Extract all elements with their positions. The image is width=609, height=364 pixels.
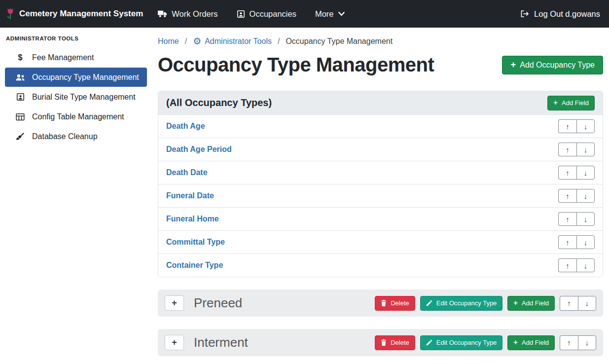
field-row: Death Age Period ↑ ↓	[158, 138, 603, 161]
top-navbar: Cemetery Management System Work Orders	[0, 0, 609, 28]
content-area: Administrator Tools $ Fee Management Occ…	[0, 28, 609, 364]
add-field-label: Add Field	[522, 299, 549, 307]
logout-icon	[521, 10, 530, 18]
reorder-controls: ↑ ↓	[558, 166, 595, 180]
move-down-button[interactable]: ↓	[576, 258, 595, 272]
edit-label: Edit Occupancy Type	[436, 339, 497, 346]
section-title: Preneed	[194, 295, 242, 311]
occupancy-type-section-preneed: + Preneed Delete	[158, 290, 603, 317]
move-down-button[interactable]: ↓	[576, 119, 595, 133]
truck-icon	[158, 10, 167, 18]
field-link-funeral-date[interactable]: Funeral Date	[166, 191, 214, 200]
trash-icon	[381, 339, 387, 346]
field-link-death-date[interactable]: Death Date	[166, 168, 208, 177]
sidebar: Administrator Tools $ Fee Management Occ…	[0, 28, 153, 364]
breadcrumb-current: Occupancy Type Management	[286, 37, 393, 46]
edit-occupancy-type-button[interactable]: Edit Occupancy Type	[420, 296, 503, 311]
nav-more-label: More	[315, 9, 334, 19]
move-down-button[interactable]: ↓	[576, 212, 595, 226]
brand[interactable]: Cemetery Management System	[6, 7, 143, 20]
move-down-button[interactable]: ↓	[576, 189, 595, 203]
reorder-controls: ↑ ↓	[558, 235, 595, 249]
field-link-funeral-home[interactable]: Funeral Home	[166, 215, 219, 223]
move-down-button[interactable]: ↓	[578, 335, 596, 350]
plus-icon: +	[553, 99, 558, 107]
nav-more[interactable]: More	[315, 9, 345, 19]
expand-button[interactable]: +	[165, 335, 184, 350]
nav-occupancies[interactable]: Occupancies	[237, 9, 296, 19]
field-row: Funeral Date ↑ ↓	[158, 184, 603, 207]
sidebar-heading: Administrator Tools	[0, 32, 153, 47]
logout-label: Log Out d.gowans	[534, 9, 600, 19]
section-actions: Delete Edit Occupancy Type + Add Field	[375, 335, 596, 350]
expand-button[interactable]: +	[165, 295, 184, 311]
field-row: Funeral Home ↑ ↓	[158, 207, 603, 230]
delete-button[interactable]: Delete	[375, 296, 415, 311]
breadcrumb-separator: /	[278, 37, 280, 46]
breadcrumb-admin-tools[interactable]: ⚙ Administrator Tools	[193, 36, 272, 46]
all-occupancy-types-card: (All Occupancy Types) + Add Field Death …	[158, 91, 603, 277]
delete-button[interactable]: Delete	[375, 335, 415, 350]
move-up-button[interactable]: ↑	[558, 119, 576, 133]
navbar-links: Work Orders Occupancies More	[158, 9, 344, 19]
sidebar-item-fee-management[interactable]: $ Fee Management	[5, 48, 147, 67]
add-occupancy-type-label: Add Occupancy Type	[520, 61, 595, 70]
move-down-button[interactable]: ↓	[578, 296, 596, 311]
move-up-button[interactable]: ↑	[558, 235, 576, 249]
burial-site-icon	[15, 93, 26, 101]
field-row: Committal Type ↑ ↓	[158, 230, 603, 254]
broom-icon	[15, 132, 26, 141]
page-header: Occupancy Type Management + Add Occupanc…	[158, 54, 603, 76]
sidebar-item-label: Fee Management	[32, 53, 94, 62]
sidebar-item-label: Config Table Management	[32, 112, 124, 121]
sidebar-item-label: Occupancy Type Management	[32, 73, 139, 82]
reorder-controls: ↑ ↓	[558, 189, 595, 203]
nav-occupancies-label: Occupancies	[250, 9, 296, 19]
breadcrumb-home[interactable]: Home	[158, 37, 179, 46]
pencil-icon	[426, 300, 432, 306]
delete-label: Delete	[391, 299, 409, 307]
add-field-button[interactable]: + Add Field	[507, 296, 555, 311]
gear-icon: ⚙	[193, 36, 201, 46]
delete-label: Delete	[391, 339, 409, 346]
move-up-button[interactable]: ↑	[560, 335, 578, 350]
move-up-button[interactable]: ↑	[558, 212, 576, 226]
breadcrumb-admin-tools-label: Administrator Tools	[205, 37, 272, 46]
move-up-button[interactable]: ↑	[558, 143, 576, 156]
trash-icon	[381, 300, 387, 306]
move-up-button[interactable]: ↑	[560, 296, 578, 311]
add-field-button[interactable]: + Add Field	[507, 335, 555, 350]
sidebar-item-burial-site-type-management[interactable]: Burial Site Type Management	[5, 87, 147, 107]
sidebar-item-config-table-management[interactable]: Config Table Management	[5, 107, 147, 126]
plus-icon: +	[513, 339, 518, 346]
add-field-button[interactable]: + Add Field	[547, 96, 595, 110]
field-row: Death Age ↑ ↓	[158, 115, 603, 138]
nav-work-orders-label: Work Orders	[172, 9, 217, 19]
reorder-controls: ↑ ↓	[558, 119, 595, 133]
add-field-label: Add Field	[522, 339, 549, 346]
reorder-controls: ↑ ↓	[558, 212, 595, 226]
field-row: Container Type ↑ ↓	[158, 254, 603, 277]
plus-icon: +	[510, 60, 516, 69]
field-link-death-age[interactable]: Death Age	[166, 122, 205, 131]
move-down-button[interactable]: ↓	[576, 235, 595, 249]
sidebar-item-occupancy-type-management[interactable]: Occupancy Type Management	[5, 68, 147, 87]
logout-link[interactable]: Log Out d.gowans	[521, 9, 600, 19]
nav-work-orders[interactable]: Work Orders	[158, 9, 217, 19]
move-up-button[interactable]: ↑	[558, 166, 576, 180]
breadcrumb: Home / ⚙ Administrator Tools / Occupancy…	[158, 36, 603, 46]
field-row: Death Date ↑ ↓	[158, 161, 603, 184]
move-up-button[interactable]: ↑	[558, 189, 576, 203]
field-link-committal-type[interactable]: Committal Type	[166, 238, 225, 247]
reorder-controls: ↑ ↓	[560, 335, 596, 350]
edit-occupancy-type-button[interactable]: Edit Occupancy Type	[420, 335, 503, 350]
move-up-button[interactable]: ↑	[558, 258, 576, 272]
main-panel: Home / ⚙ Administrator Tools / Occupancy…	[153, 28, 609, 364]
move-down-button[interactable]: ↓	[576, 166, 595, 180]
flower-logo-icon	[6, 7, 15, 20]
sidebar-item-database-cleanup[interactable]: Database Cleanup	[5, 127, 147, 146]
move-down-button[interactable]: ↓	[576, 143, 595, 156]
field-link-death-age-period[interactable]: Death Age Period	[166, 145, 232, 154]
field-link-container-type[interactable]: Container Type	[166, 261, 223, 270]
add-occupancy-type-button[interactable]: + Add Occupancy Type	[502, 56, 603, 74]
